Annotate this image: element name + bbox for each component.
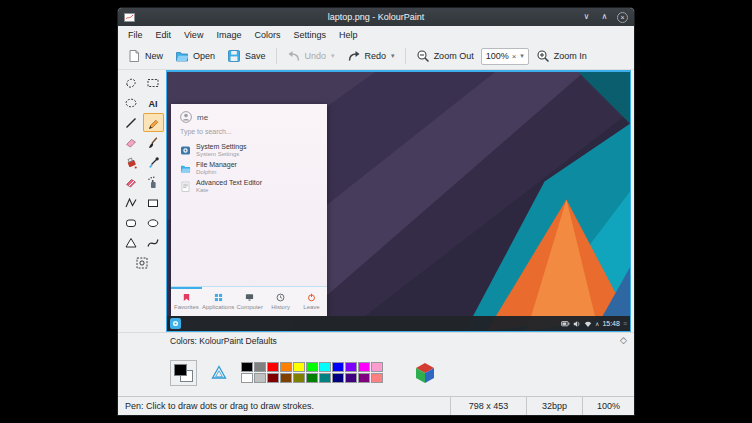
color-swatch[interactable] <box>280 362 292 372</box>
color-swatch[interactable] <box>267 373 279 383</box>
color-swatch[interactable] <box>332 362 344 372</box>
dock-float-icon[interactable]: ◇ <box>620 335 627 345</box>
tool-rectangular-selection[interactable] <box>143 73 164 92</box>
color-swatch[interactable] <box>293 373 305 383</box>
zoom-tool-icon <box>135 256 149 270</box>
taskbar-clock: 15:48 <box>602 320 620 327</box>
launcher-tab-bar: Favorites Applications Computer <box>171 286 327 316</box>
polygon-tool-icon <box>124 236 138 250</box>
tray-expand-icon: ∧ <box>595 321 599 327</box>
tool-rectangle[interactable] <box>143 193 164 212</box>
tool-text[interactable]: AI <box>143 93 164 112</box>
color-swatch[interactable] <box>371 362 383 372</box>
colors-dock: Colors: KolourPaint Defaults ◇ <box>118 332 634 396</box>
color-swatch[interactable] <box>319 373 331 383</box>
maximize-icon[interactable]: ∧ <box>599 12 610 23</box>
file-manager-icon <box>180 163 191 174</box>
computer-icon <box>245 293 254 302</box>
system-settings-icon <box>180 145 191 156</box>
tool-pen[interactable] <box>143 113 164 132</box>
connected-lines-icon <box>124 196 138 210</box>
tool-line[interactable] <box>121 113 142 132</box>
spraycan-icon <box>146 176 160 190</box>
tool-color-eraser[interactable] <box>121 173 142 192</box>
palette-row-bottom <box>241 373 383 383</box>
new-document-icon <box>127 49 141 63</box>
menu-settings[interactable]: Settings <box>287 28 332 42</box>
color-swatch[interactable] <box>241 362 253 372</box>
zoom-dropdown-chevron-icon[interactable]: ▾ <box>520 52 524 60</box>
color-swatch[interactable] <box>358 373 370 383</box>
zoom-combobox[interactable]: 100% × ▾ <box>481 48 529 65</box>
volume-icon <box>573 320 581 328</box>
launcher-item-system-settings: System SettingsSystem Settings <box>171 141 327 159</box>
color-swatch[interactable] <box>345 362 357 372</box>
menu-edit[interactable]: Edit <box>150 28 178 42</box>
tool-rounded-rectangle[interactable] <box>121 213 142 232</box>
color-swatch[interactable] <box>345 373 357 383</box>
tool-polygon[interactable] <box>121 233 142 252</box>
eraser-tool-icon <box>124 136 138 150</box>
color-swatch[interactable] <box>254 362 266 372</box>
titlebar[interactable]: laptop.png - KolourPaint ∨ ∧ × <box>118 8 634 26</box>
zoom-in-button[interactable]: Zoom In <box>531 46 592 66</box>
color-swatch[interactable] <box>267 362 279 372</box>
tool-color-picker[interactable] <box>143 153 164 172</box>
foreground-color-swatch[interactable] <box>174 364 187 376</box>
tool-elliptical-selection[interactable] <box>121 93 142 112</box>
color-similarity-cube-button[interactable] <box>415 362 435 384</box>
new-button[interactable]: New <box>122 46 168 66</box>
tool-spraycan[interactable] <box>143 173 164 192</box>
color-swatch[interactable] <box>319 362 331 372</box>
color-similarity-icon[interactable] <box>211 365 227 380</box>
color-swatch[interactable] <box>371 373 383 383</box>
main-toolbar: New Open Save Undo ▾ Redo ▾ <box>118 43 634 70</box>
undo-button[interactable]: Undo ▾ <box>282 46 340 66</box>
ellipse-tool-icon <box>146 216 160 230</box>
zoom-out-button[interactable]: Zoom Out <box>411 46 479 66</box>
tool-eraser[interactable] <box>121 133 142 152</box>
tool-connected-lines[interactable] <box>121 193 142 212</box>
foreground-background-swatch[interactable] <box>170 360 197 386</box>
color-swatch[interactable] <box>280 373 292 383</box>
redo-history-chevron-icon[interactable]: ▾ <box>391 52 395 60</box>
zoom-out-icon <box>416 49 430 63</box>
close-icon[interactable]: × <box>617 12 628 23</box>
open-button[interactable]: Open <box>170 46 220 66</box>
redo-button[interactable]: Redo ▾ <box>342 46 400 66</box>
tool-ellipse[interactable] <box>143 213 164 232</box>
tool-free-form-selection[interactable] <box>121 73 142 92</box>
color-picker-icon <box>146 156 160 170</box>
color-swatch[interactable] <box>241 373 253 383</box>
launcher-tab-computer: Computer <box>234 287 265 316</box>
color-swatch[interactable] <box>293 362 305 372</box>
window-title: laptop.png - KolourPaint <box>118 12 634 22</box>
color-swatch[interactable] <box>306 373 318 383</box>
minimize-icon[interactable]: ∨ <box>581 12 592 23</box>
taskbar: ∧ 15:48 ≡ <box>167 316 630 331</box>
menu-file[interactable]: File <box>122 28 149 42</box>
menu-view[interactable]: View <box>178 28 209 42</box>
tool-zoom[interactable] <box>132 253 153 272</box>
color-swatch[interactable] <box>332 373 344 383</box>
menu-colors[interactable]: Colors <box>248 28 286 42</box>
save-button[interactable]: Save <box>222 46 271 66</box>
tool-flood-fill[interactable] <box>121 153 142 172</box>
color-swatch[interactable] <box>358 362 370 372</box>
launcher-menu: me Type to search... System SettingsSyst… <box>171 104 327 316</box>
canvas-viewport[interactable]: me Type to search... System SettingsSyst… <box>166 70 631 332</box>
redo-icon <box>347 49 361 63</box>
launcher-item-text-editor: Advanced Text EditorKate <box>171 177 327 195</box>
menu-help[interactable]: Help <box>333 28 364 42</box>
undo-history-chevron-icon[interactable]: ▾ <box>331 52 335 60</box>
battery-icon <box>561 320 570 328</box>
tool-curve[interactable] <box>143 233 164 252</box>
menu-image[interactable]: Image <box>210 28 247 42</box>
image-canvas: me Type to search... System SettingsSyst… <box>167 72 630 331</box>
tool-brush[interactable] <box>143 133 164 152</box>
color-swatch[interactable] <box>306 362 318 372</box>
rgb-cube-icon <box>415 362 435 384</box>
open-folder-icon <box>175 49 189 63</box>
clear-text-icon[interactable]: × <box>512 52 517 61</box>
color-swatch[interactable] <box>254 373 266 383</box>
